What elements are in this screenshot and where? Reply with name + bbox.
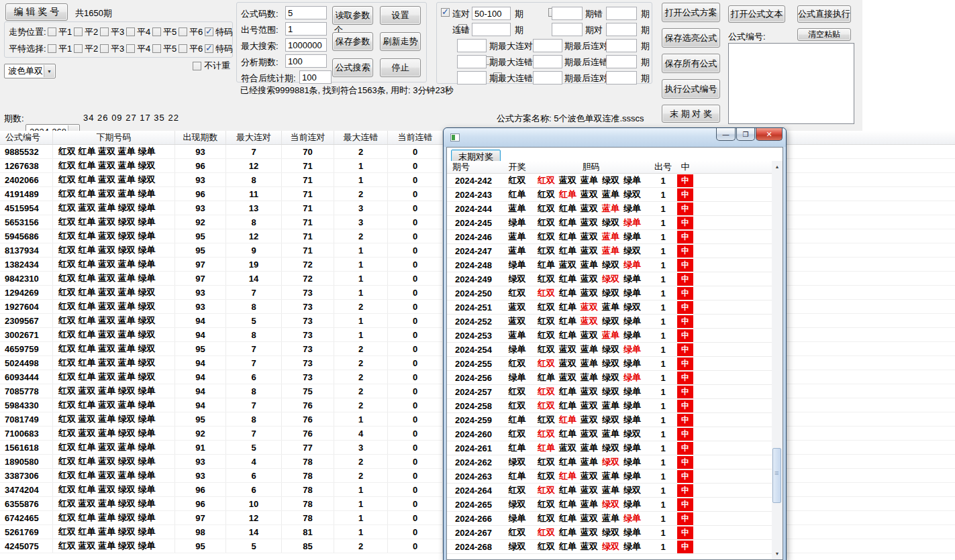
checkbox-平5[interactable] [152,27,161,36]
column-header[interactable]: 最大连错 [334,131,388,144]
formula-search-button[interactable]: 公式搜索 [332,58,373,77]
checkbox-平2[interactable] [74,27,83,36]
last-period-check-button[interactable]: 末 期 对 奖 [662,105,720,123]
popup-column-header[interactable]: 中 [676,161,695,173]
popup-table-row[interactable]: 2024-251蓝双红双红单蓝双蓝单绿双1中 [447,300,772,315]
open-formula-text-button[interactable]: 打开公式文本 [728,5,785,23]
popup-table-row[interactable]: 2024-249绿双红双红单蓝双绿双绿单1中 [447,272,772,286]
popup-table-row[interactable]: 2024-244蓝单红双红单蓝双蓝单绿单1中 [447,202,772,216]
condition-input[interactable] [552,7,583,20]
popup-table-row[interactable]: 2024-248绿单红单蓝双蓝单绿双绿单1中 [447,258,772,272]
popup-table-row[interactable]: 2024-263红单红双红单蓝双蓝单绿单1中 [447,469,772,484]
popup-table-row[interactable]: 2024-242红双红双蓝双蓝单绿双绿单1中 [447,174,772,188]
popup-scrollbar[interactable]: ▲ ▼ [772,161,783,559]
checkbox-平2[interactable] [74,44,83,53]
popup-table-row[interactable]: 2024-253蓝单红双红单蓝双蓝单绿单1中 [447,329,772,343]
condition-input[interactable] [533,55,562,68]
popup-table-row[interactable]: 2024-258红双红双红单蓝双蓝单绿单1中 [447,399,772,413]
popup-table-row[interactable]: 2024-262绿双红双红单蓝单绿双绿单1中 [447,455,772,469]
read-params-button[interactable]: 读取参数 [332,6,373,25]
condition-input[interactable] [472,23,511,36]
checkbox-平6[interactable] [179,27,187,36]
stop-button[interactable]: 停止 [380,58,421,77]
condition-input[interactable] [606,71,637,85]
scroll-up-icon[interactable]: ▲ [772,161,783,172]
popup-titlebar[interactable]: — ❐ ✕ [444,128,786,147]
popup-column-header[interactable]: 期号 [447,161,503,173]
formula-direct-exec-button[interactable]: 公式直接执行 [797,5,851,23]
checkbox-平3[interactable] [100,27,109,36]
popup-table-row[interactable]: 2024-246蓝单红双红单蓝双蓝单绿单1中 [447,230,772,244]
condition-input[interactable] [472,7,511,20]
popup-table-row[interactable]: 2024-256绿单红单蓝双蓝单绿双绿单1中 [447,371,772,385]
condition-checkbox[interactable] [441,8,450,17]
popup-table-row[interactable]: 2024-257红双红双红单蓝双绿双绿单1中 [447,385,772,399]
popup-table-row[interactable]: 2024-255红双红双蓝双蓝单绿双绿单1中 [447,357,772,371]
column-header[interactable]: 公式编号 [0,131,53,144]
checkbox-平4[interactable] [126,44,135,53]
param-input[interactable] [285,54,327,68]
condition-input[interactable] [533,71,562,85]
condition-input[interactable] [457,39,487,52]
save-all-formula-button[interactable]: 保存所有公式 [662,54,720,73]
open-formula-plan-button[interactable]: 打开公式方案 [662,3,720,22]
checkbox-平1[interactable] [48,44,56,53]
popup-table-row[interactable]: 2024-259红单红双红单蓝双绿双绿单1中 [447,413,772,427]
column-header[interactable]: 出现期数 [175,131,226,144]
popup-table-row[interactable]: 2024-254绿单红双蓝双蓝单绿双绿单1中 [447,343,772,357]
popup-table-row[interactable]: 2024-247蓝单红双红单蓝双蓝单绿双1中 [447,244,772,258]
condition-input[interactable] [606,39,637,52]
exec-formula-number-button[interactable]: 执行公式编号 [662,79,720,99]
popup-column-header[interactable]: 胆码 [532,161,650,173]
formula-number-textarea[interactable] [728,43,854,124]
checkbox-特码[interactable] [205,44,213,53]
scrollbar-thumb[interactable] [772,448,781,503]
condition-input[interactable] [457,71,487,85]
popup-table-row[interactable]: 2024-267红双红双红单蓝双绿双绿单1中 [447,526,772,540]
save-highlighted-formula-button[interactable]: 保存选亮公式 [662,28,720,48]
condition-input[interactable] [606,7,637,20]
popup-table-row[interactable]: 2024-252蓝双红双红单蓝双绿双绿单1中 [447,315,772,329]
popup-column-header[interactable]: 出号 [650,161,676,173]
param-input[interactable] [285,38,327,52]
condition-input[interactable] [606,55,637,68]
edit-prize-numbers-button[interactable]: 编 辑 奖 号 [5,3,68,21]
condition-input[interactable] [457,55,487,68]
param-input[interactable] [285,6,327,19]
clear-paste-button[interactable]: 清空粘贴 [797,28,851,41]
popup-table-row[interactable]: 2024-250红双红双红单蓝双绿双绿单1中 [447,286,772,300]
param-input[interactable] [299,70,332,84]
checkbox-平3[interactable] [100,44,109,53]
wave-type-dropdown[interactable]: 波色单双 ▼ [4,64,56,78]
condition-input[interactable] [552,23,583,36]
condition-input[interactable] [606,23,637,36]
condition-input[interactable] [533,39,562,52]
minimize-button[interactable]: — [716,128,736,141]
popup-table-row[interactable]: 2024-268绿双红双红单蓝双绿双绿单1中 [447,540,772,554]
checkbox-特码[interactable] [205,27,213,36]
column-header[interactable]: 当前连错 [388,131,443,144]
maximize-button[interactable]: ❐ [736,128,755,141]
popup-table-row[interactable]: 2024-260红双红双红单蓝双蓝单绿双1中 [447,427,772,441]
param-input[interactable] [285,22,327,36]
popup-table-row[interactable]: 2024-261红单红单蓝双蓝单绿双绿单1中 [447,441,772,455]
popup-table-row[interactable]: 2024-264红双红双红单蓝双蓝单绿双1中 [447,484,772,498]
column-header[interactable]: 下期号码 [53,131,175,144]
refresh-trend-button[interactable]: 刷新走势 [380,32,421,51]
popup-table-row[interactable]: 2024-245绿单红双红单蓝双绿双绿单1中 [447,216,772,230]
checkbox-平5[interactable] [152,44,161,53]
close-icon[interactable]: ✕ [756,128,783,141]
column-header[interactable]: 当前连对 [282,131,334,144]
checkbox-平6[interactable] [179,44,187,53]
checkbox-平1[interactable] [48,27,56,36]
scroll-down-icon[interactable]: ▼ [772,548,783,559]
settings-button[interactable]: 设置 [380,6,421,25]
popup-table-row[interactable]: 2024-265绿双红双红单蓝单绿双绿单1中 [447,498,772,512]
no-repeat-checkbox[interactable] [193,62,201,70]
popup-table-row[interactable]: 2024-243红单红双红单蓝双蓝单绿双1中 [447,188,772,202]
popup-table-row[interactable]: 2024-266绿单红双红单蓝双蓝单绿单1中 [447,512,772,526]
checkbox-平4[interactable] [126,27,135,36]
save-params-button[interactable]: 保存参数 [332,32,373,51]
column-header[interactable]: 最大连对 [226,131,282,144]
popup-column-header[interactable]: 开奖 [503,161,532,173]
